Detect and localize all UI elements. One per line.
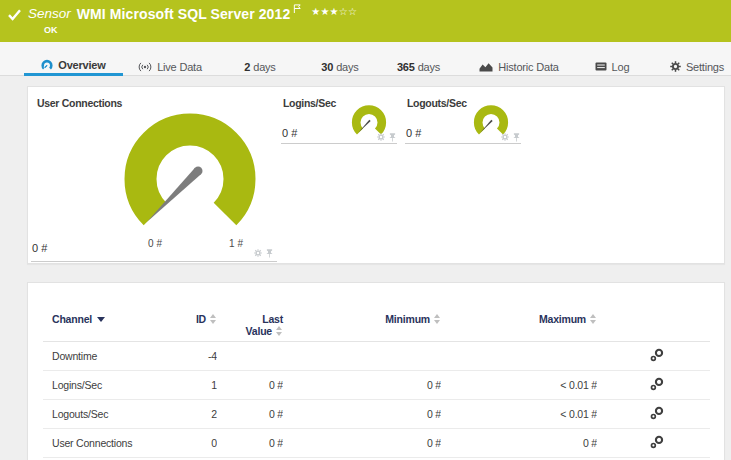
channel-last-value	[217, 341, 283, 370]
logouts-gauge-value: 0 #	[406, 127, 421, 139]
channel-edit-cell	[597, 370, 710, 399]
sensor-header-line: Sensor WMI Microsoft SQL Server 2012 ★★★…	[8, 4, 357, 23]
channel-row-downtime[interactable]: Downtime -4	[43, 341, 710, 370]
gauge-gear-icon[interactable]	[254, 249, 262, 257]
tab-30-days-unit: days	[336, 61, 358, 73]
tab-overview[interactable]: Overview	[24, 42, 123, 76]
tab-settings-label: Settings	[686, 61, 724, 73]
sort-toggle-icon	[434, 314, 441, 324]
tab-365-days-unit: days	[418, 61, 440, 73]
channel-settings-icon[interactable]	[650, 348, 664, 362]
status-ok-check-icon	[8, 9, 21, 21]
channel-minimum: 0 #	[283, 399, 441, 428]
sensor-status-text: OK	[44, 25, 58, 35]
sensor-header: Sensor WMI Microsoft SQL Server 2012 ★★★…	[0, 0, 731, 42]
sort-toggle-icon	[276, 326, 283, 336]
channel-last-value: 0 #	[217, 399, 283, 428]
primary-gauge-scale-max: 1 #	[229, 238, 243, 249]
channel-minimum	[283, 341, 441, 370]
settings-gear-icon	[670, 61, 681, 72]
gauge-toolbar	[254, 249, 273, 258]
gauge-pin-icon[interactable]	[266, 249, 273, 258]
channel-settings-icon[interactable]	[650, 377, 664, 391]
channel-edit-cell	[597, 428, 710, 457]
logins-gauge-block: Logins/Sec 0 #	[281, 91, 397, 144]
channels-header-row: Channel ID Last Value Minimum Maximum	[43, 283, 710, 341]
channel-name: User Connections	[43, 428, 194, 457]
column-header-channel-label: Channel	[52, 313, 92, 325]
gauge-pin-icon[interactable]	[513, 133, 520, 142]
primary-gauge-block: User Connections 0 # 1 # 0 #	[31, 91, 277, 262]
channel-minimum: 0 #	[283, 370, 441, 399]
live-broadcast-icon	[138, 62, 152, 72]
log-list-icon	[595, 62, 607, 71]
tab-live-data-label: Live Data	[157, 61, 202, 73]
tab-historic-data-label: Historic Data	[498, 61, 558, 73]
gauge-icon	[41, 59, 53, 71]
tab-2-days[interactable]: 2 days	[230, 42, 290, 76]
channel-row-logouts-sec[interactable]: Logouts/Sec 2 0 # 0 # < 0.01 #	[43, 399, 710, 428]
primary-gauge-arc	[141, 129, 240, 214]
object-type-label: Sensor	[28, 6, 71, 21]
sorted-desc-icon	[97, 317, 105, 322]
tab-live-data[interactable]: Live Data	[125, 42, 215, 76]
channel-maximum: < 0.01 #	[441, 399, 597, 428]
tab-2-days-number: 2	[244, 61, 250, 73]
gauge-toolbar	[377, 133, 396, 142]
channel-name: Logins/Sec	[43, 370, 194, 399]
tab-historic-data[interactable]: Historic Data	[474, 42, 564, 76]
channels-panel: Channel ID Last Value Minimum Maximum Do…	[27, 282, 725, 460]
channel-settings-icon[interactable]	[650, 406, 664, 420]
priority-flag-icon[interactable]	[293, 4, 302, 13]
channel-name: Logouts/Sec	[43, 399, 194, 428]
gauges-panel: User Connections 0 # 1 # 0 #	[27, 86, 725, 264]
column-header-id[interactable]: ID	[194, 283, 217, 341]
column-header-last-value[interactable]: Last Value	[217, 283, 283, 341]
column-header-edit	[597, 283, 710, 341]
gauge-gear-icon[interactable]	[377, 133, 385, 141]
channel-id: 2	[194, 399, 217, 428]
logins-gauge-value: 0 #	[282, 127, 297, 139]
channel-settings-icon[interactable]	[650, 435, 664, 449]
column-header-channel[interactable]: Channel	[43, 283, 194, 341]
tab-365-days[interactable]: 365 days	[383, 42, 454, 76]
tab-30-days-number: 30	[321, 61, 333, 73]
channel-maximum	[441, 341, 597, 370]
gauge-gear-icon[interactable]	[501, 133, 509, 141]
channel-last-value: 0 #	[217, 370, 283, 399]
tab-settings[interactable]: Settings	[662, 42, 731, 76]
tab-overview-label: Overview	[58, 59, 105, 71]
priority-stars[interactable]: ★★★☆☆	[311, 6, 357, 17]
tab-30-days[interactable]: 30 days	[305, 42, 375, 76]
channels-table: Channel ID Last Value Minimum Maximum Do…	[43, 283, 710, 458]
sort-toggle-icon	[590, 314, 597, 324]
channel-edit-cell	[597, 341, 710, 370]
tab-2-days-unit: days	[253, 61, 275, 73]
gauge-pin-icon[interactable]	[389, 133, 396, 142]
channel-row-user-connections[interactable]: User Connections 0 0 # 0 # 0 #	[43, 428, 710, 457]
column-header-minimum-label: Minimum	[385, 313, 430, 325]
column-header-maximum-label: Maximum	[539, 313, 586, 325]
channel-id: -4	[194, 341, 217, 370]
tab-log[interactable]: Log	[582, 42, 642, 76]
primary-gauge-value: 0 #	[32, 242, 47, 254]
channel-maximum: 0 #	[441, 428, 597, 457]
column-header-minimum[interactable]: Minimum	[283, 283, 441, 341]
tab-365-days-number: 365	[397, 61, 415, 73]
column-header-last-value-wrap: Last Value	[237, 314, 283, 337]
sensor-title: WMI Microsoft SQL Server 2012	[77, 6, 291, 22]
prtg-sensor-overview-page: Sensor WMI Microsoft SQL Server 2012 ★★★…	[0, 0, 731, 460]
channel-row-logins-sec[interactable]: Logins/Sec 1 0 # 0 # < 0.01 #	[43, 370, 710, 399]
gauge-toolbar	[501, 133, 520, 142]
sort-toggle-icon	[210, 314, 217, 324]
channel-name: Downtime	[43, 341, 194, 370]
channel-edit-cell	[597, 399, 710, 428]
channel-maximum: < 0.01 #	[441, 370, 597, 399]
column-header-maximum[interactable]: Maximum	[441, 283, 597, 341]
tab-log-label: Log	[612, 61, 630, 73]
area-chart-icon	[479, 62, 493, 72]
channel-id: 1	[194, 370, 217, 399]
tab-bar: Overview Live Data 2 days 30 days 365	[0, 42, 731, 76]
channel-minimum: 0 #	[283, 428, 441, 457]
column-header-id-label: ID	[196, 313, 206, 325]
